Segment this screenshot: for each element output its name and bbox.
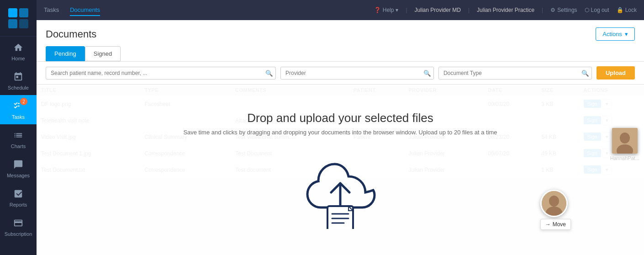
- doctype-filter-wrap: 🔍: [438, 67, 592, 80]
- help-button[interactable]: ❓ Help ▾: [374, 7, 399, 13]
- practice-name: Julian Provider Practice: [477, 7, 534, 13]
- provider-filter-wrap: 🔍: [280, 67, 434, 80]
- subscription-icon: [12, 217, 25, 229]
- calendar-icon: [12, 70, 25, 83]
- sidebar-item-label: Reports: [10, 202, 27, 207]
- avatar-image: [542, 191, 566, 216]
- sidebar-item-label: Home: [11, 56, 25, 61]
- sidebar-item-charts[interactable]: Charts: [0, 124, 37, 154]
- tab-signed[interactable]: Signed: [85, 46, 121, 61]
- help-icon: ❓: [374, 7, 381, 13]
- logo: [0, 0, 37, 37]
- help-label: Help: [383, 7, 394, 13]
- profile-photo: [612, 128, 638, 154]
- logo-icon: [7, 7, 29, 29]
- settings-button[interactable]: ⚙ Settings: [550, 7, 577, 13]
- separator2: |: [468, 7, 470, 13]
- sidebar-item-label: Schedule: [8, 85, 29, 90]
- tab-pending[interactable]: Pending: [46, 46, 85, 61]
- home-icon: [12, 41, 25, 54]
- svg-rect-2: [8, 19, 17, 28]
- avatar-drag: → Move: [540, 190, 571, 230]
- profile-popup: HannahPat...: [610, 128, 639, 161]
- table-area: TITLE TYPE COMMENTS PATIENT PROVIDER DAT…: [37, 85, 644, 255]
- topnav-right: ❓ Help ▾ | Julian Provider MD | Julian P…: [374, 7, 637, 13]
- topnav: Tasks Documents ❓ Help ▾ | Julian Provid…: [37, 0, 644, 20]
- topnav-tabs: Tasks Documents: [44, 5, 100, 16]
- chevron-down-icon: ▾: [625, 31, 628, 37]
- sidebar-item-label: Charts: [11, 143, 26, 149]
- tasks-badge: 2: [20, 98, 27, 105]
- drop-subtitle: Save time and clicks by dragging and dro…: [183, 129, 497, 136]
- profile-image: [612, 128, 638, 154]
- svg-rect-3: [19, 19, 28, 28]
- drop-title: Drop and upload your selected files: [247, 111, 433, 125]
- sidebar-item-schedule[interactable]: Schedule: [0, 66, 37, 95]
- content-area: Documents Actions ▾ Pending Signed 🔍 🔍: [37, 20, 644, 255]
- settings-label: Settings: [557, 7, 577, 13]
- logout-label: Log out: [591, 7, 609, 13]
- sidebar: Home Schedule 2 Tasks Charts Messages Re…: [0, 0, 37, 255]
- gear-icon: ⚙: [550, 7, 555, 13]
- main-area: Tasks Documents ❓ Help ▾ | Julian Provid…: [37, 0, 644, 255]
- svg-point-13: [620, 133, 630, 143]
- reports-icon: [12, 187, 25, 200]
- chevron-down-icon: ▾: [396, 7, 398, 13]
- tasks-icon: 2: [12, 100, 25, 112]
- svg-rect-1: [19, 8, 28, 17]
- lock-button[interactable]: 🔒 Lock: [617, 7, 637, 13]
- arrow-right-icon: →: [545, 221, 551, 228]
- document-tabs: Pending Signed: [46, 46, 635, 61]
- doctype-filter[interactable]: [438, 67, 592, 80]
- sidebar-item-label: Subscription: [5, 231, 32, 237]
- actions-label: Actions: [602, 31, 622, 37]
- lock-label: Lock: [625, 7, 637, 13]
- filter-row: 🔍 🔍 🔍 Upload: [37, 62, 644, 85]
- sidebar-item-home[interactable]: Home: [0, 37, 37, 66]
- profile-name: HannahPat...: [610, 155, 639, 161]
- separator: |: [406, 7, 407, 13]
- documents-header: Documents Actions ▾ Pending Signed: [37, 20, 644, 62]
- provider-search-icon[interactable]: 🔍: [423, 69, 431, 76]
- logout-icon: ⬡: [585, 7, 589, 13]
- sidebar-item-messages[interactable]: Messages: [0, 154, 37, 183]
- avatar: [540, 190, 568, 217]
- svg-rect-0: [8, 8, 17, 17]
- tab-tasks[interactable]: Tasks: [44, 5, 59, 16]
- page-title: Documents: [46, 28, 96, 40]
- upload-cloud-icon: [295, 147, 386, 229]
- tab-documents[interactable]: Documents: [70, 5, 100, 16]
- provider-filter[interactable]: [280, 67, 434, 80]
- doctype-search-icon[interactable]: 🔍: [581, 69, 589, 76]
- lock-icon: 🔒: [617, 7, 623, 13]
- separator3: |: [542, 7, 543, 13]
- upload-button[interactable]: Upload: [596, 66, 635, 80]
- search-button[interactable]: 🔍: [265, 69, 273, 76]
- user-name: Julian Provider MD: [415, 7, 461, 13]
- sidebar-item-tasks[interactable]: 2 Tasks: [0, 95, 37, 124]
- move-tooltip: → Move: [540, 219, 571, 230]
- search-input[interactable]: [46, 67, 276, 80]
- actions-button[interactable]: Actions ▾: [596, 27, 635, 41]
- move-label: Move: [553, 221, 566, 228]
- search-wrap: 🔍: [46, 67, 276, 80]
- logout-button[interactable]: ⬡ Log out: [585, 7, 609, 13]
- sidebar-item-label: Messages: [7, 173, 30, 178]
- svg-point-10: [549, 196, 559, 207]
- sidebar-item-label: Tasks: [12, 114, 25, 120]
- messages-icon: [12, 158, 25, 171]
- drop-overlay: Drop and upload your selected files Save…: [37, 85, 644, 255]
- sidebar-item-reports[interactable]: Reports: [0, 183, 37, 212]
- sidebar-item-subscription[interactable]: Subscription: [0, 212, 37, 241]
- charts-icon: [12, 129, 25, 142]
- doc-title-row: Documents Actions ▾: [46, 27, 635, 41]
